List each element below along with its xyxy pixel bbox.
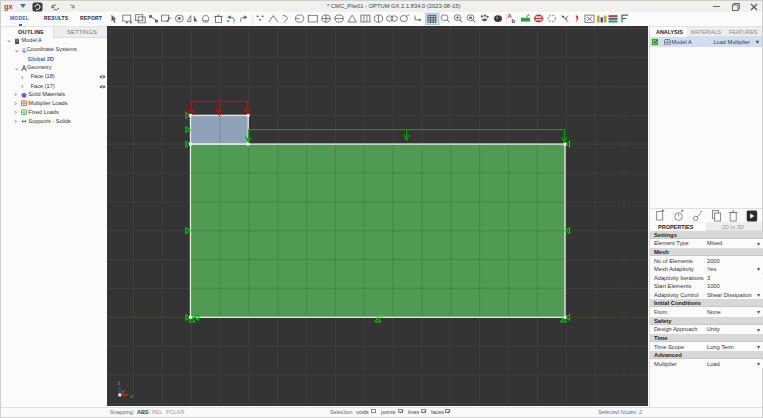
svg-text:b: b xyxy=(511,18,515,24)
